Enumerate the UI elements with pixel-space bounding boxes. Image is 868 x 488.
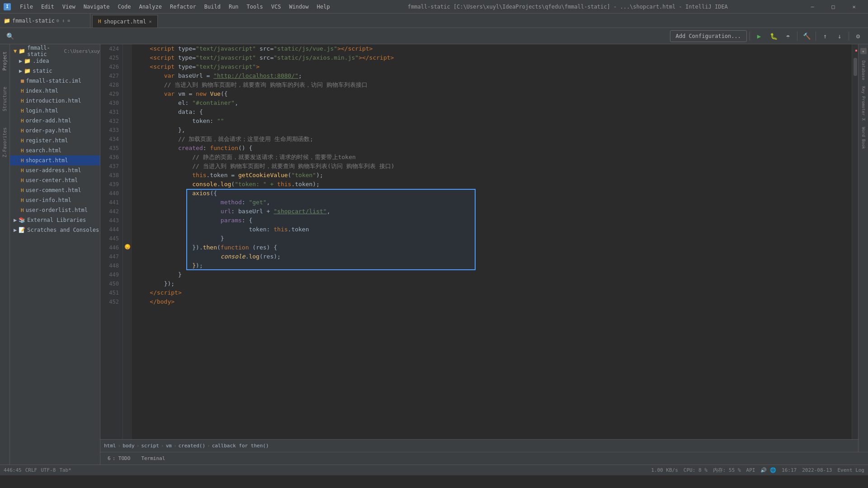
run-config-button[interactable]: Add Configuration... [670,30,747,42]
tree-scratches[interactable]: ▶ 📝 Scratches and Consoles [10,225,100,235]
terminal-tab[interactable]: Terminal [137,455,169,462]
right-panel: ★ Database Key Promoter X Word Book [858,44,868,452]
tree-user-address[interactable]: H user-address.html [10,165,100,175]
close-button[interactable]: ✕ [844,0,864,14]
window-title: fmmall-static [C:\Users\xuyl\IdeaProject… [334,4,802,10]
network-speed: 1.00 KB/s [651,467,678,473]
event-log-btn[interactable]: Event Log [837,467,864,473]
project-name: fmmall-static [12,18,55,24]
bookmarks-btn[interactable]: ★ [860,48,867,54]
tree-order-pay[interactable]: H order-pay.html [10,126,100,136]
code-line-436: // 静态的页面，就要发送请求；请求的时候，需要带上token [136,153,848,162]
word-book-btn[interactable]: Word Book [861,127,866,149]
tree-index[interactable]: H index.html [10,86,100,96]
status-bar: 446:45 CRLF UTF-8 Tab* 1.00 KB/s CPU: 8 … [0,465,868,475]
structure-tab[interactable]: Structure [1,83,8,115]
todo-tab[interactable]: 6 : TODO [104,455,134,462]
breadcrumb-vm[interactable]: vm [166,443,172,449]
menu-help[interactable]: Help [313,3,334,11]
breadcrumb-created[interactable]: created() [179,443,206,449]
toolbar-sep-4 [849,32,849,41]
menu-build[interactable]: Build [201,3,224,11]
status-crlf[interactable]: CRLF [25,467,38,473]
tree-iml[interactable]: ■ fmmall-static.iml [10,76,100,86]
login-label: login.html [26,108,58,114]
settings-button[interactable]: ⚙ [852,30,864,42]
menu-navigate[interactable]: Navigate [80,3,113,11]
title-bar: I File Edit View Navigate Code Analyze R… [0,0,868,14]
tree-order-add[interactable]: H order-add.html [10,116,100,126]
code-line-429: var vm = new Vue({ [136,89,848,99]
user-ctr-icon: H [21,178,24,183]
menu-tools[interactable]: Tools [243,3,267,11]
static-label: static [33,68,52,74]
code-line-428: // 当进入到 购物车页面时，就要查询 购物车的列表，访问 购物车列表接口 [136,80,848,89]
toolbar-sep-1 [750,32,750,41]
tree-register[interactable]: H register.html [10,136,100,145]
todo-num: 6 [108,455,111,461]
vcs-button[interactable]: ↑ [819,30,831,42]
root-path: C:\Users\xuy [64,48,100,54]
project-folder-icon: 📁 [4,18,10,24]
tree-user-orderlist[interactable]: H user-orderlist.html [10,205,100,215]
idea-expand-icon: ▶ [19,58,22,64]
tree-ext-libs[interactable]: ▶ 📚 External Libraries [10,215,100,225]
cpu-usage: CPU: 8 % [684,467,708,473]
build-button[interactable]: 🔨 [800,30,813,42]
editor-gutter: 💡 [123,44,132,439]
user-ol-icon: H [21,207,24,213]
code-line-431: data: { [136,108,848,117]
scroll-thumb[interactable] [854,58,857,76]
minimize-button[interactable]: — [802,0,823,14]
breadcrumb-html[interactable]: html [104,443,116,449]
api-label: API [746,467,755,473]
tree-login[interactable]: H login.html [10,106,100,116]
menu-code[interactable]: Code [114,3,135,11]
tab-close-icon[interactable]: ✕ [149,19,152,24]
debug-button[interactable]: 🐛 [767,30,780,42]
order-pay-icon: H [21,128,24,134]
menu-view[interactable]: View [59,3,79,11]
menu-window[interactable]: Window [285,3,312,11]
editor-tab-shopcart[interactable]: H shopcart.html ✕ [92,15,158,28]
tree-introduction[interactable]: H introduction.html [10,96,100,106]
menu-run[interactable]: Run [225,3,242,11]
toolbar: 🔍 Add Configuration... ▶ 🐛 ☂ 🔨 ↑ ↓ ⚙ [0,28,868,44]
code-editor[interactable]: <script type="text/javascript" src="stat… [132,44,852,439]
tree-idea[interactable]: ▶ 📁 .idea [10,56,100,66]
key-promoter-btn[interactable]: Key Promoter X [861,86,866,121]
tree-user-center[interactable]: H user-center.html [10,175,100,185]
line-numbers: 424425426427428 429430431432433 43443543… [100,44,123,439]
breadcrumb-script[interactable]: script [141,443,159,449]
tree-root[interactable]: ▼ 📁 fmmall-static C:\Users\xuy [10,46,100,56]
breadcrumb-body[interactable]: body [123,443,135,449]
run-with-coverage-btn[interactable]: ☂ [782,30,794,42]
tree-static[interactable]: ▶ 📁 static [10,66,100,76]
run-button[interactable]: ▶ [753,30,765,42]
maximize-button[interactable]: □ [823,0,844,14]
update-button[interactable]: ↓ [833,30,846,42]
menu-vcs[interactable]: VCS [268,3,285,11]
code-line-442: url: baseUrl + "shopcart/list", [136,207,848,216]
tree-shopcart[interactable]: H shopcart.html [10,155,100,165]
menu-file[interactable]: File [16,3,37,11]
clock-date: 2022-08-13 [802,467,832,473]
intro-icon: H [21,98,24,104]
menu-edit[interactable]: Edit [38,3,58,11]
tree-search[interactable]: H search.html [10,145,100,155]
search-everywhere-btn[interactable]: 🔍 [4,30,16,42]
menu-analyze[interactable]: Analyze [135,3,165,11]
status-charset[interactable]: UTF-8 [41,467,56,473]
tree-user-info[interactable]: H user-info.html [10,195,100,205]
z-favorites-tab[interactable]: Z-Favorites [1,124,8,161]
left-panel-strip: Project Structure Z-Favorites [0,44,10,465]
index-label: index.html [26,88,58,94]
menu-refactor[interactable]: Refactor [166,3,200,11]
project-panel-tab[interactable]: Project [1,48,8,74]
breadcrumb-callback[interactable]: callback for then() [212,443,269,449]
database-panel-btn[interactable]: Database [861,61,866,80]
status-position: 446:45 [4,467,22,473]
status-indent[interactable]: Tab* [59,467,71,473]
tree-user-comment[interactable]: H user-comment.html [10,185,100,195]
code-line-424: <script type="text/javascript" src="stat… [136,44,848,53]
